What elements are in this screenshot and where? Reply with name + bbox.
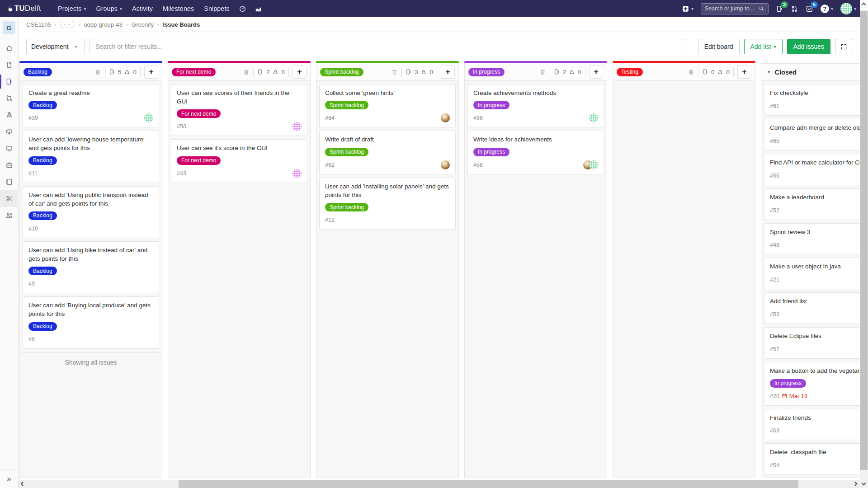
delete-list-button[interactable] [539,69,546,75]
delete-list-button[interactable] [391,69,398,75]
sidebar-item-ci-cd[interactable] [0,107,19,123]
issue-card[interactable]: Create a great readmeBacklog#39 [23,84,159,127]
issue-label-pill[interactable]: Backlog [28,156,57,165]
chevron-down-icon[interactable]: ▾ [768,69,770,75]
add-list-button[interactable]: Add list▾ [744,39,783,54]
breadcrumb-subgroup[interactable]: oopp-group-43 [84,21,122,28]
delete-list-button[interactable] [688,69,694,75]
issue-card[interactable]: Delete .classpath file#54 [764,443,860,475]
user-menu[interactable]: ▾ [840,3,856,14]
nav-groups[interactable]: Groups▾ [96,5,122,12]
todos-shortcut[interactable]: 5 [806,5,813,13]
nav-activity[interactable]: Activity [132,5,153,12]
add-issue-to-list-button[interactable]: + [292,66,307,79]
issue-label-pill[interactable]: Backlog [28,267,57,275]
filter-input[interactable] [90,39,687,54]
issue-label-pill[interactable]: Backlog [28,101,57,109]
issue-card[interactable]: Create achievements methodsIn progress#6… [467,84,604,127]
issue-card[interactable]: User can add 'Using bike instead of car'… [23,241,159,293]
project-avatar[interactable]: G [3,21,15,34]
sidebar-collapse-toggle[interactable]: » [0,469,18,488]
column-label-pill[interactable]: For next demo [172,68,216,76]
delete-list-button[interactable] [94,69,101,75]
sidebar-item-operations[interactable] [0,123,19,140]
global-search-input[interactable]: Search or jump to... [701,3,769,14]
issue-card[interactable]: Collect some 'green hints'Sprint backlog… [319,84,456,127]
issue-card[interactable]: Make a user object in java#21 [764,258,860,289]
add-issue-to-list-button[interactable]: + [737,66,751,79]
issue-label-pill[interactable]: In progress [770,379,806,388]
assignee-avatar[interactable] [441,113,450,122]
issue-label-pill[interactable]: Sprint backlog [325,203,368,211]
column-label-pill[interactable]: Sprint backlog [320,68,363,76]
issue-card[interactable]: Write draft of draftSprint backlog#62 [319,131,456,174]
assignee-avatar[interactable] [589,113,598,122]
issue-card[interactable]: Write ideas for achievementsIn progress#… [467,131,604,174]
assignee-avatar[interactable] [144,113,153,122]
add-issues-button[interactable]: Add issues [787,39,830,54]
issue-card[interactable]: User can see scores of their friends in … [171,84,307,136]
sidebar-item-home[interactable] [0,40,19,56]
issue-card[interactable]: User can see it's score in the GUIFor ne… [171,139,307,183]
dashboard-icon[interactable] [239,5,246,13]
column-label-pill[interactable]: In progress [468,68,505,76]
merge-requests-shortcut[interactable] [791,5,798,13]
add-issue-to-list-button[interactable]: + [589,66,603,79]
issue-card[interactable]: Make a leaderboard#52 [764,188,860,220]
nav-milestones[interactable]: Milestones [163,5,194,12]
issues-shortcut[interactable]: 3 [776,5,783,13]
issue-card[interactable]: Delete Eclipse files#57 [764,327,860,359]
sidebar-item-members[interactable] [0,207,19,224]
sidebar-item-packages[interactable] [0,157,19,174]
issue-card[interactable]: Add friend list#53 [764,292,860,324]
issue-label-pill[interactable]: Sprint backlog [325,148,368,156]
issue-label-pill[interactable]: For next demo [177,156,221,165]
nav-projects[interactable]: Projects▾ [58,5,86,12]
issue-card[interactable]: User can add 'installing solar panels' a… [319,178,456,230]
issue-card[interactable]: User can add 'lowering house temperature… [23,131,159,183]
tudelft-logo[interactable]: TUDelft [7,4,41,13]
board-switcher[interactable]: Development ▾ [26,39,85,54]
issue-label-pill[interactable]: For next demo [177,109,221,118]
breadcrumb-group[interactable]: CSE1105 [26,21,51,28]
fullscreen-button[interactable] [835,39,852,54]
sidebar-item-wiki[interactable] [0,174,19,190]
issue-card[interactable]: User can add 'Buying local produce' and … [23,296,159,348]
scroll-left-arrow[interactable] [21,482,24,485]
horizontal-scrollbar-thumb[interactable] [179,480,798,488]
nav-snippets[interactable]: Snippets [204,5,229,12]
issue-label-pill[interactable]: Backlog [28,211,57,220]
column-label-pill[interactable]: Testing [617,68,643,76]
issue-label-pill[interactable]: In progress [473,148,509,156]
issue-card[interactable]: Find API or make calculator for CO2#55 [764,154,860,185]
add-issue-to-list-button[interactable]: + [144,66,158,79]
sidebar-item-snippets[interactable] [0,190,19,207]
issue-label-pill[interactable]: Sprint backlog [325,101,368,109]
vertical-scrollbar[interactable] [860,0,868,488]
issue-card[interactable]: User can add 'Using public transport ins… [23,186,159,238]
issue-card[interactable]: Sprint review 3#48 [764,223,860,255]
column-label-pill[interactable]: Backlog [24,68,52,76]
breadcrumb-ellipsis[interactable]: ··· [60,21,75,28]
horizontal-scrollbar[interactable] [19,480,860,488]
scroll-right-arrow[interactable] [854,482,857,485]
new-item-dropdown[interactable]: ▾ [682,5,693,13]
vertical-scrollbar-thumb[interactable] [860,11,868,470]
sidebar-item-issues[interactable] [0,73,19,90]
sidebar-item-analytics[interactable] [0,140,19,157]
issue-label-pill[interactable]: Backlog [28,322,57,331]
sidebar-item-merge-requests[interactable] [0,90,19,107]
issue-label-pill[interactable]: In progress [473,101,509,109]
scroll-down-arrow[interactable] [862,482,865,485]
issue-card[interactable]: Fix checkstyle#61 [764,84,860,116]
breadcrumb-project[interactable]: Greenify [132,21,154,28]
issue-card[interactable]: Finalize friends#63 [764,409,860,441]
issue-card[interactable]: Compare adn merge or delete old b#65 [764,119,860,150]
assignee-avatar[interactable] [292,122,302,131]
sidebar-item-repository[interactable] [0,56,19,73]
scroll-up-arrow[interactable] [862,3,865,6]
help-dropdown[interactable]: ? ▾ [821,5,833,13]
issue-card[interactable]: Make a button to add the vegetarianIn pr… [764,362,860,405]
delete-list-button[interactable] [243,69,250,75]
edit-board-button[interactable]: Edit board [698,39,740,54]
